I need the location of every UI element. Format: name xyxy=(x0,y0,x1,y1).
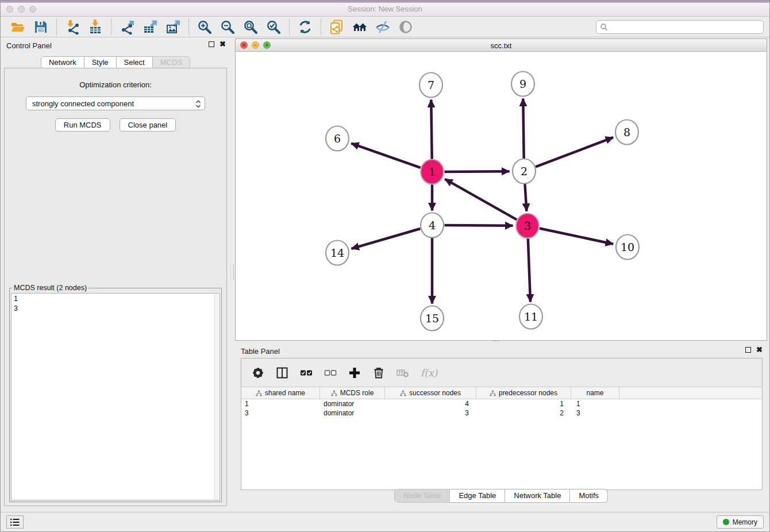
import-table-icon xyxy=(88,20,103,34)
table-cell[interactable]: dominator xyxy=(320,408,385,418)
delete-column-icon[interactable] xyxy=(372,367,385,379)
zoom-selected-button[interactable] xyxy=(262,18,285,36)
column-header-MCDS-role[interactable]: MCDS role xyxy=(320,387,385,399)
network-window-title: scc.txt xyxy=(236,41,767,50)
tab-style[interactable]: Style xyxy=(84,56,117,69)
import-network-icon xyxy=(65,20,80,34)
clone-network-button[interactable] xyxy=(325,18,348,36)
application-window: Session: New Session xyxy=(0,0,770,532)
edge-2-3[interactable] xyxy=(525,184,526,211)
float-panel-icon[interactable] xyxy=(209,41,214,47)
edge-4-3[interactable] xyxy=(445,225,513,226)
function-builder-icon: f(x) xyxy=(421,367,437,379)
clone-network-icon xyxy=(329,20,344,34)
tab-select[interactable]: Select xyxy=(117,56,153,69)
network-window: ✕ − + scc.txt 7968124314101511 xyxy=(235,38,767,341)
edge-3-1[interactable] xyxy=(445,179,517,220)
split-panel-icon[interactable] xyxy=(276,367,288,379)
edge-2-8[interactable] xyxy=(536,137,613,167)
close-panel-button[interactable]: Close panel xyxy=(120,118,176,132)
node-label-7: 7 xyxy=(428,79,434,91)
node-label-11: 11 xyxy=(524,310,538,323)
tab-mcds[interactable]: MCDS xyxy=(153,56,190,69)
save-session-button[interactable] xyxy=(29,18,52,36)
close-panel-icon[interactable]: ✖ xyxy=(220,41,226,48)
add-column-icon[interactable] xyxy=(348,367,361,379)
table-cell[interactable]: 3 xyxy=(571,408,619,418)
tab-motifs[interactable]: Motifs xyxy=(570,489,608,503)
table-cell[interactable]: 1 xyxy=(476,399,571,408)
statusbar: Memory xyxy=(1,512,769,531)
toolbar-separator xyxy=(321,19,321,35)
table-panel: Table Panel ✖ xyxy=(235,343,767,511)
control-panel-title: Control Panel xyxy=(6,41,52,50)
import-network-button[interactable] xyxy=(61,18,84,36)
table-cell[interactable]: 1 xyxy=(241,399,320,408)
column-header-name[interactable]: name xyxy=(571,387,619,399)
control-panel-header: Control Panel ✖ xyxy=(1,37,230,53)
tab-network-table[interactable]: Network Table xyxy=(505,489,570,503)
zoom-out-button[interactable] xyxy=(216,18,239,36)
delete-table-icon xyxy=(396,367,409,379)
table-cell[interactable]: 2 xyxy=(476,408,571,418)
deselect-all-icon[interactable] xyxy=(324,367,337,379)
mcds-result-list[interactable]: 13 xyxy=(11,293,220,500)
export-image-button[interactable] xyxy=(161,18,184,36)
show-all-button[interactable] xyxy=(394,18,417,36)
node-table-card: f(x) shared nameMCDS rolesuccessor nodes… xyxy=(241,358,763,490)
edge-3-11[interactable] xyxy=(528,238,530,302)
table-cell[interactable]: 3 xyxy=(241,408,320,418)
search-field[interactable] xyxy=(596,20,764,34)
settings-gear-icon[interactable] xyxy=(252,367,264,379)
tab-edge-table[interactable]: Edge Table xyxy=(450,489,505,503)
column-header-shared-name[interactable]: shared name xyxy=(241,387,320,399)
tab-network[interactable]: Network xyxy=(41,56,84,69)
edge-3-10[interactable] xyxy=(540,229,613,244)
column-label: MCDS role xyxy=(340,389,374,397)
network-window-titlebar[interactable]: ✕ − + scc.txt xyxy=(236,39,767,52)
vertical-splitter-handle[interactable] xyxy=(230,265,234,280)
edge-2-9[interactable] xyxy=(523,99,523,159)
table-cell[interactable]: 4 xyxy=(385,399,476,408)
float-table-panel-icon[interactable] xyxy=(745,347,751,353)
edge-4-14[interactable] xyxy=(352,229,421,249)
export-network-button[interactable] xyxy=(116,18,138,36)
mcds-result-title: MCDS result (2 nodes) xyxy=(12,284,88,292)
export-table-button[interactable] xyxy=(138,18,161,36)
edge-1-6[interactable] xyxy=(351,144,421,168)
table-cell[interactable]: 1 xyxy=(571,399,619,408)
open-folder-icon xyxy=(10,20,25,34)
result-scrollbar[interactable] xyxy=(214,294,220,500)
column-label: name xyxy=(586,389,603,397)
hide-selected-button[interactable] xyxy=(371,18,394,36)
run-mcds-button[interactable]: Run MCDS xyxy=(55,118,110,132)
node-label-4: 4 xyxy=(429,219,436,232)
network-canvas[interactable]: 7968124314101511 xyxy=(236,52,767,340)
zoom-in-button[interactable] xyxy=(193,18,216,36)
table-cell[interactable]: dominator xyxy=(320,399,385,408)
table-row[interactable]: 1dominator411 xyxy=(241,399,762,408)
first-neighbors-button[interactable] xyxy=(348,18,371,36)
table-row[interactable]: 3dominator323 xyxy=(241,408,762,418)
homes-icon xyxy=(352,20,367,34)
criterion-dropdown[interactable]: strongly connected component xyxy=(26,97,205,110)
column-header-predecessor-nodes[interactable]: predecessor nodes xyxy=(476,387,571,399)
network-graph[interactable]: 7968124314101511 xyxy=(236,52,767,340)
select-all-icon[interactable] xyxy=(300,367,313,379)
tab-node-table[interactable]: Node Table xyxy=(394,489,451,503)
task-history-button[interactable] xyxy=(6,515,24,529)
column-header-successor-nodes[interactable]: successor nodes xyxy=(385,387,476,399)
memory-button[interactable]: Memory xyxy=(717,515,764,529)
import-table-button[interactable] xyxy=(84,18,107,36)
search-input[interactable] xyxy=(608,22,760,32)
edge-1-2[interactable] xyxy=(445,171,510,172)
open-session-button[interactable] xyxy=(6,18,29,36)
table-cell[interactable]: 3 xyxy=(385,408,476,418)
memory-label: Memory xyxy=(733,518,757,526)
edge-1-7[interactable] xyxy=(431,100,432,160)
table-panel-title: Table Panel xyxy=(241,347,280,356)
close-table-panel-icon[interactable]: ✖ xyxy=(756,346,763,353)
table-header-row: shared nameMCDS rolesuccessor nodesprede… xyxy=(241,387,762,399)
zoom-fit-button[interactable] xyxy=(239,18,262,36)
refresh-button[interactable] xyxy=(294,18,317,36)
